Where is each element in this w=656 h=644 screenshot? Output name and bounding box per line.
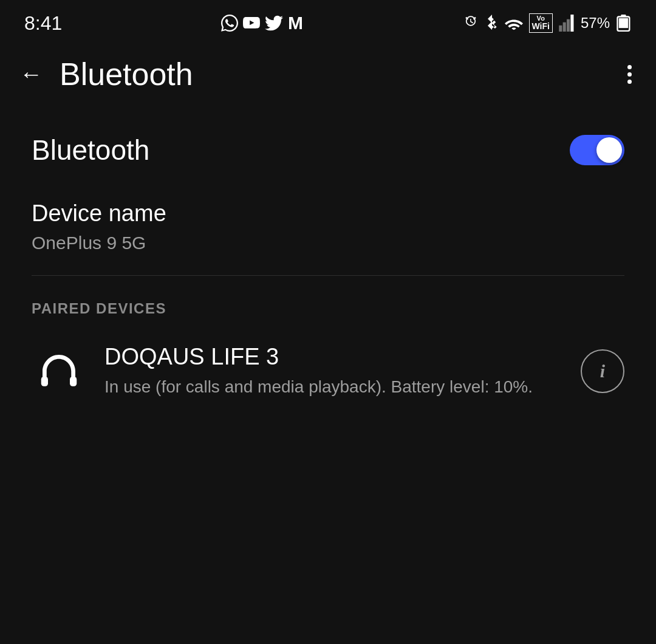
svg-rect-2	[567, 19, 570, 32]
wifi-icon	[505, 16, 523, 30]
bluetooth-toggle-label: Bluetooth	[32, 134, 149, 166]
vowifi-icon: Vo WiFi	[529, 13, 553, 32]
more-menu-button[interactable]	[623, 60, 637, 89]
battery-icon	[616, 15, 632, 32]
dot-2	[627, 72, 632, 77]
device-name-label: Device name	[32, 200, 624, 227]
notification-icons: M	[221, 13, 303, 33]
app-bar: ← Bluetooth	[0, 44, 656, 104]
svg-rect-5	[619, 18, 628, 28]
info-icon: i	[600, 361, 605, 382]
status-right-icons: Vo WiFi 57%	[462, 13, 632, 32]
device-name: DOQAUS LIFE 3	[104, 344, 556, 370]
back-button[interactable]: ←	[19, 63, 43, 86]
status-bar: 8:41 M	[0, 0, 656, 44]
device-name-row[interactable]: Device name OnePlus 9 5G	[32, 188, 624, 275]
status-time: 8:41	[24, 12, 62, 35]
bluetooth-toggle-switch[interactable]	[570, 135, 624, 165]
battery-percent: 57%	[581, 15, 610, 32]
svg-rect-0	[559, 26, 562, 32]
alarm-icon	[462, 15, 479, 32]
device-info: DOQAUS LIFE 3 In use (for calls and medi…	[104, 344, 556, 399]
device-status: In use (for calls and media playback). B…	[104, 375, 556, 399]
svg-rect-6	[621, 15, 626, 17]
twitter-icon	[265, 15, 283, 31]
svg-rect-3	[570, 15, 573, 32]
device-name-value: OnePlus 9 5G	[32, 233, 624, 253]
main-content: Bluetooth Device name OnePlus 9 5G PAIRE…	[0, 104, 656, 420]
device-info-button[interactable]: i	[581, 349, 624, 393]
paired-device-item[interactable]: DOQAUS LIFE 3 In use (for calls and medi…	[32, 334, 624, 408]
gmail-icon: M	[288, 13, 303, 33]
youtube-icon	[243, 16, 260, 30]
paired-devices-header: PAIRED DEVICES	[32, 294, 624, 334]
svg-rect-7	[41, 377, 48, 386]
app-bar-left: ← Bluetooth	[19, 56, 193, 92]
bluetooth-status-icon	[485, 15, 499, 32]
svg-rect-1	[563, 22, 566, 32]
bluetooth-toggle-row[interactable]: Bluetooth	[32, 117, 624, 188]
svg-rect-8	[70, 377, 77, 386]
whatsapp-icon	[221, 15, 238, 32]
page-title: Bluetooth	[60, 56, 193, 92]
headphones-icon	[32, 349, 86, 393]
divider	[32, 275, 624, 276]
dot-3	[627, 80, 632, 84]
toggle-knob	[596, 137, 622, 163]
signal-icon	[559, 15, 575, 32]
dot-1	[627, 65, 632, 69]
